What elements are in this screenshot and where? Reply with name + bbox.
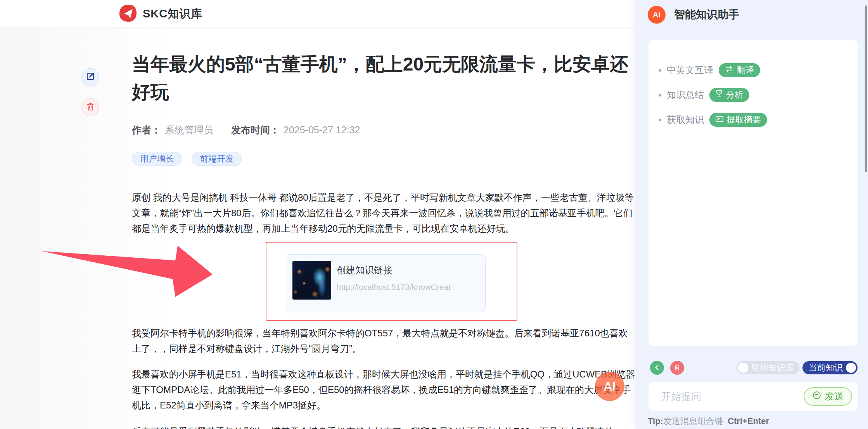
article-paragraph: 我受阿尔卡特手机的影响很深，当年特别喜欢阿尔卡特的OT557，最大特点就是不对称… bbox=[132, 326, 637, 357]
toggle-label: 引用知识库 bbox=[751, 362, 794, 374]
send-button-label: 发送 bbox=[825, 390, 844, 403]
link-card-thumbnail bbox=[292, 261, 331, 300]
ai-avatar-label: AI bbox=[653, 10, 661, 19]
tag-chip[interactable]: 前端开发 bbox=[192, 152, 242, 166]
chevron-left-icon bbox=[654, 364, 660, 372]
assistant-sidebar: AI 智能知识助手 中英文互译 翻译 知识总结 bbox=[636, 0, 868, 429]
bullet-dot bbox=[659, 94, 661, 96]
article-meta: 作者： 系统管理员 发布时间： 2025-05-27 12:32 bbox=[132, 123, 637, 136]
question-input[interactable] bbox=[661, 382, 789, 411]
assistant-shortcuts-panel: 中英文互译 翻译 知识总结 bbox=[648, 40, 858, 346]
assistant-title: 智能知识助手 bbox=[674, 7, 739, 22]
extract-summary-button-label: 提取摘要 bbox=[727, 114, 761, 126]
shortcut-label: 获取知识 bbox=[667, 114, 704, 126]
article-paragraph: 我最喜欢的小屏手机是E51，当时很喜欢这种直板设计，那时候大屏也没啥用，平时就是… bbox=[132, 367, 637, 413]
shortcut-row: 获取知识 提取摘要 bbox=[659, 113, 858, 127]
ai-float-label: AI bbox=[603, 379, 616, 394]
send-button[interactable]: 发送 bbox=[804, 387, 852, 406]
publish-time-label: 发布时间： bbox=[231, 123, 280, 136]
author-value: 系统管理员 bbox=[165, 123, 213, 136]
toggle-knob bbox=[738, 363, 748, 373]
knowledge-link-card[interactable]: 创建知识链接 http://localhost:5173/knowCreat bbox=[286, 254, 486, 312]
collapse-sidebar-button[interactable] bbox=[650, 361, 664, 375]
tip-hotkey: Ctrl+Enter bbox=[728, 416, 769, 426]
article-paragraph: 原创 我的大号是闲搞机 科技一休哥 都说80后置是老了，不是死了，平时写新机文章… bbox=[132, 190, 637, 236]
assistant-header: AI 智能知识助手 bbox=[636, 0, 868, 29]
page-scrollbar[interactable] bbox=[865, 5, 867, 172]
bullet-dot bbox=[659, 119, 661, 121]
delete-article-button[interactable] bbox=[81, 98, 99, 116]
trash-icon bbox=[86, 102, 95, 113]
edit-article-button[interactable] bbox=[81, 68, 99, 86]
analysis-icon bbox=[716, 90, 723, 100]
link-card-url: http://localhost:5173/knowCreat bbox=[337, 283, 451, 292]
tip-text: 发送消息组合键 bbox=[663, 416, 723, 426]
author-label: 作者： bbox=[132, 123, 161, 136]
assistant-controls: 引用知识库 当前知识 bbox=[650, 361, 858, 375]
shortcut-row: 知识总结 分析 bbox=[659, 88, 858, 102]
analyze-button-label: 分析 bbox=[726, 89, 743, 101]
bullet-dot bbox=[659, 69, 661, 72]
chat-input-box: 发送 bbox=[648, 382, 858, 411]
ai-assistant-float-button[interactable]: AI bbox=[595, 372, 624, 401]
toggle-label: 当前知识 bbox=[809, 362, 843, 374]
tag-list: 用户增长 前端开发 bbox=[132, 152, 637, 166]
annotation-arrow bbox=[38, 243, 216, 300]
toggle-use-knowledge-base[interactable]: 引用知识库 bbox=[737, 361, 799, 374]
trash-icon bbox=[674, 364, 681, 372]
top-header: SKC知识库 bbox=[0, 0, 636, 28]
app-logo-icon bbox=[119, 4, 137, 24]
analyze-button[interactable]: 分析 bbox=[709, 88, 749, 102]
translate-button-label: 翻译 bbox=[737, 64, 754, 76]
toggle-knob bbox=[846, 363, 856, 373]
shortcut-label: 中英文互译 bbox=[667, 64, 713, 76]
ai-avatar: AI bbox=[648, 6, 666, 24]
publish-time-value: 2025-05-27 12:32 bbox=[284, 123, 360, 136]
link-card-title: 创建知识链接 bbox=[337, 264, 451, 276]
shortcut-tip: Tip:发送消息组合键 Ctrl+Enter bbox=[648, 415, 769, 427]
app-logo[interactable]: SKC知识库 bbox=[119, 4, 202, 24]
tag-chip[interactable]: 用户增长 bbox=[132, 152, 182, 166]
article: 当年最火的5部“古董手机”，配上20元无限流量卡，比安卓还好玩 作者： 系统管理… bbox=[132, 28, 637, 429]
translate-icon bbox=[725, 65, 733, 75]
chat-bubble-icon bbox=[812, 391, 821, 402]
app-title: SKC知识库 bbox=[143, 6, 202, 22]
shortcut-label: 知识总结 bbox=[667, 89, 704, 101]
translate-button[interactable]: 翻译 bbox=[719, 63, 760, 77]
edit-pencil-icon bbox=[86, 72, 95, 83]
shortcut-row: 中英文互译 翻译 bbox=[659, 63, 858, 77]
tip-prefix: Tip: bbox=[648, 416, 663, 426]
clear-chat-button[interactable] bbox=[670, 361, 684, 375]
app-window: SKC知识库 当年最火的5部“古董手机”，配上20元无限流量卡，比安卓还好玩 作… bbox=[0, 0, 868, 429]
toggle-current-knowledge[interactable]: 当前知识 bbox=[802, 361, 858, 374]
extract-summary-button[interactable]: 提取摘要 bbox=[709, 113, 767, 127]
article-title: 当年最火的5部“古董手机”，配上20元无限流量卡，比安卓还好玩 bbox=[132, 50, 637, 106]
extract-icon bbox=[716, 115, 723, 125]
article-paragraph: 后来可能是受到黑莓手机的影响，诺基亚全键盘手机突然火起来了，我印象最深的不是宽大… bbox=[132, 424, 637, 429]
link-card-highlight-box: 创建知识链接 http://localhost:5173/knowCreat bbox=[266, 242, 517, 321]
